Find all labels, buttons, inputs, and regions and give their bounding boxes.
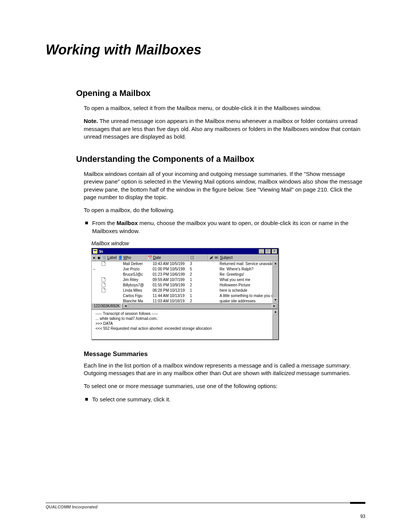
preview-scrollbar[interactable]: ▲ — [272, 310, 278, 339]
list-item: From the Mailbox menu, choose the mailbo… — [84, 219, 365, 235]
figure-caption: Mailbox window — [91, 240, 365, 246]
col-attachment-icon[interactable]: 📎 — [101, 255, 106, 261]
table-row[interactable]: Billyboys7@01:55 PM 10/9/1992Holloween P… — [92, 283, 278, 288]
date-cell: 11:03 AM 10/18/19 — [152, 299, 189, 303]
window-title: In — [99, 249, 258, 254]
col-who-icon[interactable]: 👤 — [117, 255, 122, 261]
message-list[interactable]: Mail Deliver10:43 AM 10/5/1993Returned m… — [92, 261, 278, 303]
section-body: Each line in the list portion of a mailb… — [84, 362, 365, 403]
date-cell: 11:44 AM 10/13/19 — [152, 294, 189, 298]
scroll-up-button[interactable]: ▲ — [273, 310, 278, 315]
chapter-title: Working with Mailboxes — [46, 42, 365, 58]
preview-line: ... while talking to mail7.hotmail.com.: — [96, 316, 272, 321]
table-row[interactable]: Mail Deliver10:43 AM 10/5/1993Returned m… — [92, 261, 278, 267]
who-cell: Carlos Figu — [122, 294, 147, 298]
scroll-up-button[interactable]: ▲ — [273, 261, 278, 267]
scroll-right-button[interactable]: ► — [272, 304, 277, 308]
paragraph: To open a mailbox, do the following. — [84, 206, 365, 214]
subject-cell: Holloween Picture — [219, 283, 278, 287]
text: Each line in the list portion of a mailb… — [84, 362, 301, 369]
scroll-left-button[interactable]: ◄ — [123, 304, 128, 308]
bullet-list: To select one summary, click it. — [84, 396, 365, 403]
section-body: To open a mailbox, select it from the Ma… — [84, 104, 365, 141]
mailbox-window-figure: In _ □ × ● ◆ 📎 LLabelabel 👤 Who 📅 Date ☐… — [91, 248, 279, 340]
mailbox-counts: 122/303K/892K — [92, 304, 122, 308]
attachment-cell — [101, 261, 106, 267]
list-item: To select one summary, click it. — [84, 396, 365, 403]
text: message summaries. — [295, 370, 350, 376]
size-cell: 1 — [189, 278, 194, 282]
size-cell: 2 — [189, 299, 194, 303]
text: From the — [92, 220, 116, 226]
col-date-u: D — [153, 256, 156, 260]
subject-cell: Returned mail: Service unavailable — [219, 262, 278, 266]
col-date[interactable]: Date — [152, 255, 189, 261]
col-who-rest: ho — [127, 256, 131, 260]
maximize-button[interactable]: □ — [265, 249, 271, 254]
who-cell: Billyboys7@ — [122, 283, 147, 287]
table-row[interactable]: Carlos Figu11:44 AM 10/13/191A little so… — [92, 293, 278, 299]
date-cell: 10:43 AM 10/5/199 — [152, 262, 189, 266]
table-row[interactable]: ←Joe Prizio01:00 PM 10/5/1995Re: Where's… — [92, 267, 278, 272]
subject-cell: Re: Where's Ralph? — [219, 267, 278, 271]
column-headers: ● ◆ 📎 LLabelabel 👤 Who 📅 Date ☐ 🌶 ✉ Subj… — [92, 254, 278, 261]
who-cell: BruceSJ@c — [122, 272, 147, 276]
table-row[interactable]: Jim Riley09:59 AM 10/7/1991What you sent… — [92, 277, 278, 283]
col-label[interactable]: LLabelabel — [106, 255, 117, 261]
minimize-button[interactable]: _ — [258, 249, 264, 254]
col-priority-icon[interactable]: ◆ — [96, 255, 101, 261]
col-subject-u: S — [220, 256, 223, 260]
attachment-icon — [102, 288, 105, 292]
preview-pane[interactable]: ----- Transcript of session follows ----… — [92, 309, 278, 339]
col-date-rest: ate — [156, 256, 161, 260]
footer-company: QUALCOMM Incorporated — [46, 505, 97, 509]
date-cell: 01:00 PM 10/5/199 — [152, 267, 189, 271]
attachment-icon — [102, 283, 105, 287]
col-mood-icon[interactable]: 🌶 — [208, 255, 213, 261]
window-controls: _ □ × — [258, 249, 277, 254]
col-date-icon[interactable]: 📅 — [147, 255, 152, 261]
col-status-icon[interactable]: ● — [92, 255, 96, 261]
horizontal-scrollbar[interactable]: ◄ ► — [123, 304, 277, 309]
close-button[interactable]: × — [271, 249, 277, 254]
page-number: 93 — [360, 514, 365, 519]
scroll-down-button[interactable]: ▼ — [273, 298, 278, 303]
note-paragraph: Note. The unread message icon appears in… — [84, 117, 365, 141]
mailbox-menu-name: Mailbox — [116, 220, 138, 226]
attachment-cell — [101, 288, 106, 293]
vertical-scrollbar[interactable]: ▲ ▼ — [272, 261, 278, 303]
subject-cell: A little something to make you chuckle ;… — [219, 294, 278, 298]
col-who[interactable]: Who — [122, 255, 147, 261]
who-cell: Jim Riley — [122, 278, 147, 282]
note-text: The unread message icon appears in the M… — [84, 118, 360, 140]
section-heading-components: Understanding the Components of a Mailbo… — [76, 154, 365, 164]
section-body: Mailbox windows contain all of your inco… — [84, 170, 365, 235]
mailbox-icon — [92, 249, 98, 254]
document-page: Working with Mailboxes Opening a Mailbox… — [0, 0, 411, 532]
col-spacer — [194, 255, 208, 261]
paragraph: Each line in the list portion of a mailb… — [84, 362, 365, 377]
table-row[interactable]: Linda Miles06:28 PM 10/12/191here is sch… — [92, 288, 278, 293]
section-heading-opening: Opening a Mailbox — [76, 88, 365, 98]
attachment-icon — [102, 261, 105, 266]
table-row[interactable]: Blanche Ma11:03 AM 10/18/192quake site a… — [92, 299, 278, 303]
col-subject[interactable]: Subject — [219, 255, 278, 261]
term-italicized: italicized — [273, 370, 295, 376]
date-cell: 01:55 PM 10/9/199 — [152, 283, 189, 287]
preview-line: ----- Transcript of session follows ----… — [96, 311, 272, 316]
table-row[interactable]: BruceSJ@c01:23 PM 10/6/1992Re: Greetings… — [92, 272, 278, 277]
paragraph: To open a mailbox, select it from the Ma… — [84, 104, 365, 112]
term-message-summary: message summary — [301, 362, 349, 369]
col-size-icon[interactable]: ☐ — [189, 255, 194, 261]
who-cell: Mail Deliver — [122, 262, 147, 266]
subject-cell: quake site addresses — [219, 299, 278, 303]
window-titlebar[interactable]: In _ □ × — [92, 248, 278, 254]
size-cell: 1 — [189, 294, 194, 298]
col-subject-icon[interactable]: ✉ — [213, 255, 219, 261]
who-cell: Joe Prizio — [122, 267, 147, 271]
subject-cell: Re: Greetings! — [219, 272, 278, 276]
date-cell: 01:23 PM 10/6/199 — [152, 272, 189, 276]
bullet-list: From the Mailbox menu, choose the mailbo… — [84, 219, 365, 235]
subsection-heading-message-summaries: Message Summaries — [84, 350, 365, 358]
size-cell: 2 — [189, 283, 194, 287]
